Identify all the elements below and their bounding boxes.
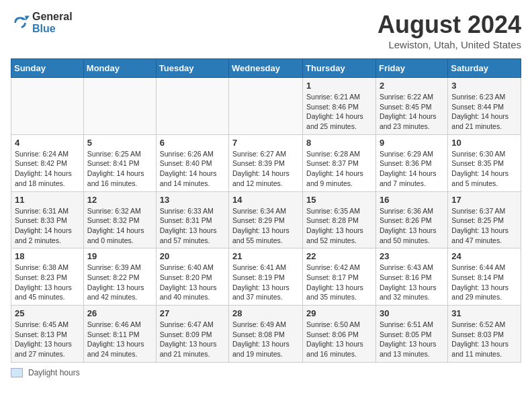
day-number: 9	[380, 138, 444, 148]
day-number: 17	[451, 195, 517, 205]
calendar-cell: 17Sunrise: 6:37 AM Sunset: 8:25 PM Dayli…	[448, 191, 521, 248]
day-info: Sunrise: 6:52 AM Sunset: 8:03 PM Dayligh…	[451, 320, 517, 359]
day-number: 29	[306, 308, 372, 318]
header-cell-wednesday: Wednesday	[229, 59, 303, 78]
day-number: 6	[160, 138, 225, 148]
day-info: Sunrise: 6:38 AM Sunset: 8:23 PM Dayligh…	[15, 263, 80, 302]
calendar-cell: 28Sunrise: 6:49 AM Sunset: 8:08 PM Dayli…	[229, 306, 303, 363]
calendar-cell: 30Sunrise: 6:51 AM Sunset: 8:05 PM Dayli…	[375, 306, 447, 363]
header-cell-saturday: Saturday	[448, 59, 521, 78]
day-number: 31	[451, 308, 517, 318]
calendar-week-3: 18Sunrise: 6:38 AM Sunset: 8:23 PM Dayli…	[11, 248, 521, 306]
calendar-footer: Daylight hours	[11, 368, 521, 377]
day-info: Sunrise: 6:39 AM Sunset: 8:22 PM Dayligh…	[87, 263, 152, 302]
calendar-cell	[156, 78, 228, 135]
calendar-cell: 11Sunrise: 6:31 AM Sunset: 8:33 PM Dayli…	[11, 191, 84, 248]
page-header: General Blue August 2024 Lewiston, Utah,…	[11, 11, 521, 50]
day-number: 12	[87, 195, 152, 205]
day-info: Sunrise: 6:35 AM Sunset: 8:28 PM Dayligh…	[306, 206, 372, 246]
day-number: 26	[87, 308, 152, 318]
calendar-cell: 4Sunrise: 6:24 AM Sunset: 8:42 PM Daylig…	[11, 134, 84, 191]
day-info: Sunrise: 6:26 AM Sunset: 8:40 PM Dayligh…	[160, 149, 225, 189]
day-info: Sunrise: 6:45 AM Sunset: 8:13 PM Dayligh…	[15, 320, 80, 359]
header-cell-tuesday: Tuesday	[156, 59, 228, 78]
calendar-cell: 26Sunrise: 6:46 AM Sunset: 8:11 PM Dayli…	[83, 306, 156, 363]
calendar-cell: 14Sunrise: 6:34 AM Sunset: 8:29 PM Dayli…	[229, 191, 303, 248]
calendar-cell: 6Sunrise: 6:26 AM Sunset: 8:40 PM Daylig…	[156, 134, 228, 191]
header-cell-friday: Friday	[375, 59, 447, 78]
logo-icon	[11, 13, 30, 32]
logo-blue-text: Blue	[32, 23, 73, 35]
logo: General Blue	[11, 11, 73, 34]
calendar-cell: 13Sunrise: 6:33 AM Sunset: 8:31 PM Dayli…	[156, 191, 228, 248]
day-info: Sunrise: 6:46 AM Sunset: 8:11 PM Dayligh…	[87, 320, 152, 359]
calendar-cell: 22Sunrise: 6:42 AM Sunset: 8:17 PM Dayli…	[303, 248, 376, 306]
day-info: Sunrise: 6:34 AM Sunset: 8:29 PM Dayligh…	[232, 206, 299, 246]
calendar-cell	[83, 78, 156, 135]
day-info: Sunrise: 6:21 AM Sunset: 8:46 PM Dayligh…	[306, 92, 372, 132]
calendar-cell: 20Sunrise: 6:40 AM Sunset: 8:20 PM Dayli…	[156, 248, 228, 306]
day-number: 3	[451, 81, 517, 91]
calendar-header: SundayMondayTuesdayWednesdayThursdayFrid…	[11, 59, 521, 78]
title-block: August 2024 Lewiston, Utah, United State…	[378, 11, 521, 50]
day-info: Sunrise: 6:27 AM Sunset: 8:39 PM Dayligh…	[232, 149, 299, 189]
day-info: Sunrise: 6:28 AM Sunset: 8:37 PM Dayligh…	[306, 149, 372, 189]
day-info: Sunrise: 6:29 AM Sunset: 8:36 PM Dayligh…	[380, 149, 444, 189]
day-info: Sunrise: 6:36 AM Sunset: 8:26 PM Dayligh…	[380, 206, 444, 246]
day-number: 5	[87, 138, 152, 148]
calendar-cell	[229, 78, 303, 135]
day-number: 13	[160, 195, 225, 205]
day-number: 8	[306, 138, 372, 148]
day-number: 22	[306, 251, 372, 261]
location-title: Lewiston, Utah, United States	[378, 39, 521, 50]
day-number: 28	[232, 308, 299, 318]
calendar-cell: 19Sunrise: 6:39 AM Sunset: 8:22 PM Dayli…	[83, 248, 156, 306]
logo-text: General Blue	[32, 11, 73, 34]
calendar-cell: 24Sunrise: 6:44 AM Sunset: 8:14 PM Dayli…	[448, 248, 521, 306]
calendar-cell: 8Sunrise: 6:28 AM Sunset: 8:37 PM Daylig…	[303, 134, 376, 191]
day-number: 21	[232, 251, 299, 261]
day-info: Sunrise: 6:25 AM Sunset: 8:41 PM Dayligh…	[87, 149, 152, 189]
calendar-cell: 29Sunrise: 6:50 AM Sunset: 8:06 PM Dayli…	[303, 306, 376, 363]
day-info: Sunrise: 6:30 AM Sunset: 8:35 PM Dayligh…	[451, 149, 517, 189]
day-number: 20	[160, 251, 225, 261]
day-info: Sunrise: 6:49 AM Sunset: 8:08 PM Dayligh…	[232, 320, 299, 359]
header-row: SundayMondayTuesdayWednesdayThursdayFrid…	[11, 59, 521, 78]
day-number: 1	[306, 81, 372, 91]
calendar-cell: 16Sunrise: 6:36 AM Sunset: 8:26 PM Dayli…	[375, 191, 447, 248]
day-number: 11	[15, 195, 80, 205]
day-info: Sunrise: 6:51 AM Sunset: 8:05 PM Dayligh…	[380, 320, 444, 359]
logo-general-text: General	[32, 11, 73, 23]
calendar-cell: 3Sunrise: 6:23 AM Sunset: 8:44 PM Daylig…	[448, 78, 521, 135]
calendar-cell: 7Sunrise: 6:27 AM Sunset: 8:39 PM Daylig…	[229, 134, 303, 191]
calendar-cell: 25Sunrise: 6:45 AM Sunset: 8:13 PM Dayli…	[11, 306, 84, 363]
day-number: 10	[451, 138, 517, 148]
calendar-week-2: 11Sunrise: 6:31 AM Sunset: 8:33 PM Dayli…	[11, 191, 521, 248]
calendar-cell: 9Sunrise: 6:29 AM Sunset: 8:36 PM Daylig…	[375, 134, 447, 191]
calendar-cell	[11, 78, 84, 135]
calendar-body: 1Sunrise: 6:21 AM Sunset: 8:46 PM Daylig…	[11, 78, 521, 363]
month-title: August 2024	[378, 11, 521, 39]
calendar-cell: 18Sunrise: 6:38 AM Sunset: 8:23 PM Dayli…	[11, 248, 84, 306]
day-info: Sunrise: 6:32 AM Sunset: 8:32 PM Dayligh…	[87, 206, 152, 246]
day-info: Sunrise: 6:47 AM Sunset: 8:09 PM Dayligh…	[160, 320, 225, 359]
day-info: Sunrise: 6:43 AM Sunset: 8:16 PM Dayligh…	[380, 263, 444, 302]
daylight-legend-box	[11, 368, 23, 377]
calendar-cell: 31Sunrise: 6:52 AM Sunset: 8:03 PM Dayli…	[448, 306, 521, 363]
calendar-week-4: 25Sunrise: 6:45 AM Sunset: 8:13 PM Dayli…	[11, 306, 521, 363]
day-info: Sunrise: 6:22 AM Sunset: 8:45 PM Dayligh…	[380, 92, 444, 132]
day-number: 4	[15, 138, 80, 148]
calendar-cell: 27Sunrise: 6:47 AM Sunset: 8:09 PM Dayli…	[156, 306, 228, 363]
header-cell-monday: Monday	[83, 59, 156, 78]
day-number: 18	[15, 251, 80, 261]
calendar-week-0: 1Sunrise: 6:21 AM Sunset: 8:46 PM Daylig…	[11, 78, 521, 135]
day-info: Sunrise: 6:24 AM Sunset: 8:42 PM Dayligh…	[15, 149, 80, 189]
calendar-cell: 12Sunrise: 6:32 AM Sunset: 8:32 PM Dayli…	[83, 191, 156, 248]
calendar-cell: 2Sunrise: 6:22 AM Sunset: 8:45 PM Daylig…	[375, 78, 447, 135]
calendar-cell: 5Sunrise: 6:25 AM Sunset: 8:41 PM Daylig…	[83, 134, 156, 191]
calendar-cell: 21Sunrise: 6:41 AM Sunset: 8:19 PM Dayli…	[229, 248, 303, 306]
calendar-week-1: 4Sunrise: 6:24 AM Sunset: 8:42 PM Daylig…	[11, 134, 521, 191]
day-info: Sunrise: 6:37 AM Sunset: 8:25 PM Dayligh…	[451, 206, 517, 246]
header-cell-thursday: Thursday	[303, 59, 376, 78]
header-cell-sunday: Sunday	[11, 59, 84, 78]
